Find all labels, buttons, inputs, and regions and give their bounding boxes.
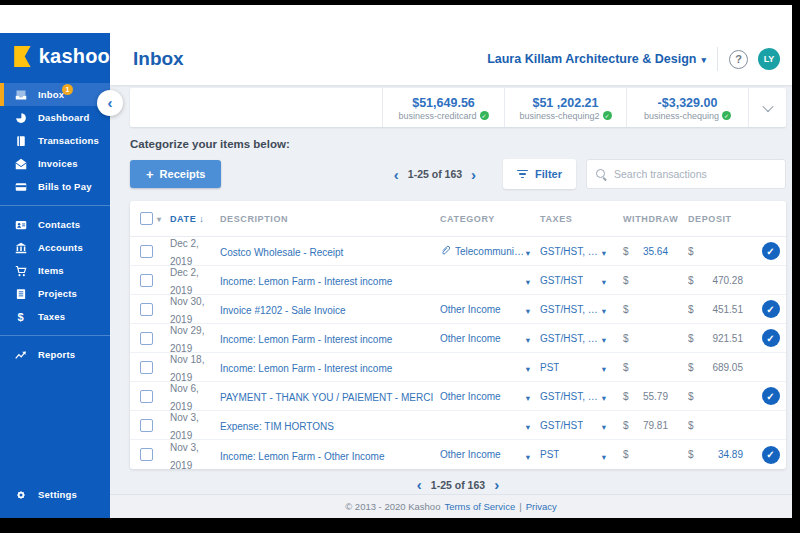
transaction-description-link[interactable]: Income: Lemon Farm - Other Income: [220, 451, 385, 462]
transaction-description-link[interactable]: Expense: TIM HORTONS: [220, 421, 334, 432]
row-checkbox[interactable]: [140, 419, 153, 432]
category-dropdown[interactable]: [440, 358, 535, 376]
avatar[interactable]: LY: [758, 48, 780, 70]
done-check-circle[interactable]: [762, 358, 780, 376]
sidebar-item-dashboard[interactable]: Dashboard: [0, 106, 110, 129]
sidebar-item-settings[interactable]: Settings: [0, 483, 110, 506]
row-checkbox[interactable]: [140, 274, 153, 287]
row-checkbox[interactable]: [140, 245, 153, 258]
terms-of-service-link[interactable]: Terms of Service: [444, 501, 515, 512]
deposit-cell[interactable]: $ 451.51: [675, 304, 755, 315]
column-header-taxes[interactable]: TAXES: [535, 214, 610, 224]
sidebar-item-transactions[interactable]: Transactions: [0, 129, 110, 152]
category-dropdown[interactable]: Other Income: [440, 387, 535, 405]
taxes-dropdown[interactable]: GST/HST, PST: [535, 329, 610, 347]
sidebar-item-inbox[interactable]: Inbox 1: [0, 83, 110, 106]
category-caret-icon[interactable]: [526, 416, 530, 434]
category-caret-icon[interactable]: [526, 358, 530, 376]
category-dropdown[interactable]: Other Income: [440, 446, 535, 464]
category-caret-icon[interactable]: [526, 446, 530, 464]
search-input[interactable]: [614, 168, 776, 180]
sidebar-item-contacts[interactable]: Contacts: [0, 213, 110, 236]
column-header-withdraw[interactable]: WITHDRAW: [610, 214, 675, 224]
withdraw-cell[interactable]: $ 55.79: [610, 391, 675, 402]
transaction-description-link[interactable]: Costco Wholesale - Receipt: [220, 247, 343, 258]
taxes-caret-icon[interactable]: [602, 387, 606, 405]
balances-expand-button[interactable]: [748, 88, 786, 127]
taxes-dropdown[interactable]: GST/HST, PST: [535, 387, 610, 405]
done-check-circle[interactable]: [762, 329, 780, 347]
sidebar-item-bills-to-pay[interactable]: Bills to Pay: [0, 175, 110, 198]
category-dropdown[interactable]: Telecommunications/: [440, 242, 535, 260]
add-receipts-button[interactable]: + Receipts: [130, 160, 221, 188]
prev-page-button[interactable]: [394, 167, 399, 182]
transaction-description-link[interactable]: Income: Lemon Farm - Interest income: [220, 276, 392, 287]
column-header-date[interactable]: DATE: [170, 214, 220, 224]
category-caret-icon[interactable]: [526, 329, 530, 347]
withdraw-cell[interactable]: $ 79.81: [610, 420, 675, 431]
row-checkbox[interactable]: [140, 448, 153, 461]
company-switcher[interactable]: Laura Killam Architecture & Design▾: [487, 52, 706, 66]
withdraw-cell[interactable]: $: [610, 304, 675, 315]
sidebar-item-projects[interactable]: Projects: [0, 282, 110, 305]
done-check-circle[interactable]: [762, 300, 780, 318]
category-caret-icon[interactable]: [526, 387, 530, 405]
deposit-cell[interactable]: $ 921.51: [675, 333, 755, 344]
withdraw-cell[interactable]: $: [610, 449, 675, 460]
withdraw-cell[interactable]: $: [610, 362, 675, 373]
taxes-dropdown[interactable]: PST: [535, 358, 610, 376]
withdraw-cell[interactable]: $ 35.64: [610, 246, 675, 257]
withdraw-cell[interactable]: $: [610, 275, 675, 286]
category-dropdown[interactable]: Other Income: [440, 329, 535, 347]
transaction-description-link[interactable]: PAYMENT - THANK YOU / PAIEMENT - MERCI: [220, 392, 433, 403]
transaction-description-link[interactable]: Income: Lemon Farm - Interest income: [220, 334, 392, 345]
select-menu-caret-icon[interactable]: [157, 214, 162, 224]
taxes-caret-icon[interactable]: [602, 329, 606, 347]
done-check-circle[interactable]: [762, 271, 780, 289]
column-header-category[interactable]: CATEGORY: [440, 214, 535, 224]
prev-page-button[interactable]: [417, 477, 422, 492]
taxes-caret-icon[interactable]: [602, 358, 606, 376]
column-header-description[interactable]: DESCRIPTION: [220, 214, 440, 224]
taxes-dropdown[interactable]: GST/HST: [535, 271, 610, 289]
transaction-description-link[interactable]: Invoice #1202 - Sale Invoice: [220, 305, 346, 316]
sidebar-item-items[interactable]: Items: [0, 259, 110, 282]
balance-card-chequing[interactable]: -$3,329.00 business-chequing: [626, 88, 748, 127]
taxes-caret-icon[interactable]: [602, 271, 606, 289]
done-check-circle[interactable]: [762, 416, 780, 434]
taxes-caret-icon[interactable]: [602, 242, 606, 260]
deposit-cell[interactable]: $ 34.89: [675, 449, 755, 460]
done-check-circle[interactable]: [762, 387, 780, 405]
category-caret-icon[interactable]: [526, 271, 530, 289]
row-checkbox[interactable]: [140, 390, 153, 403]
row-checkbox[interactable]: [140, 332, 153, 345]
sidebar-item-reports[interactable]: Reports: [0, 343, 110, 366]
done-check-circle[interactable]: [762, 242, 780, 260]
next-page-button[interactable]: [494, 477, 499, 492]
taxes-caret-icon[interactable]: [602, 446, 606, 464]
row-checkbox[interactable]: [140, 361, 153, 374]
taxes-dropdown[interactable]: GST/HST, PST: [535, 300, 610, 318]
row-checkbox[interactable]: [140, 303, 153, 316]
category-dropdown[interactable]: [440, 416, 535, 434]
brand-logo[interactable]: kashoo: [0, 33, 110, 79]
column-header-deposit[interactable]: DEPOSIT: [675, 214, 755, 224]
deposit-cell[interactable]: $ 689.05: [675, 362, 755, 373]
taxes-dropdown[interactable]: GST/HST, PST: [535, 242, 610, 260]
deposit-cell[interactable]: $: [675, 391, 755, 402]
taxes-dropdown[interactable]: PST: [535, 446, 610, 464]
sidebar-item-invoices[interactable]: Invoices: [0, 152, 110, 175]
taxes-caret-icon[interactable]: [602, 300, 606, 318]
deposit-cell[interactable]: $: [675, 420, 755, 431]
transaction-description-link[interactable]: Income: Lemon Farm - Interest income: [220, 363, 392, 374]
select-all-checkbox[interactable]: [140, 212, 153, 225]
privacy-link[interactable]: Privacy: [526, 501, 557, 512]
category-caret-icon[interactable]: [526, 242, 530, 260]
sidebar-collapse-button[interactable]: [97, 90, 123, 116]
deposit-cell[interactable]: $ 470.28: [675, 275, 755, 286]
help-button[interactable]: ?: [729, 50, 748, 69]
filter-button[interactable]: Filter: [503, 159, 576, 189]
category-dropdown[interactable]: [440, 271, 535, 289]
next-page-button[interactable]: [471, 167, 476, 182]
sidebar-item-accounts[interactable]: Accounts: [0, 236, 110, 259]
